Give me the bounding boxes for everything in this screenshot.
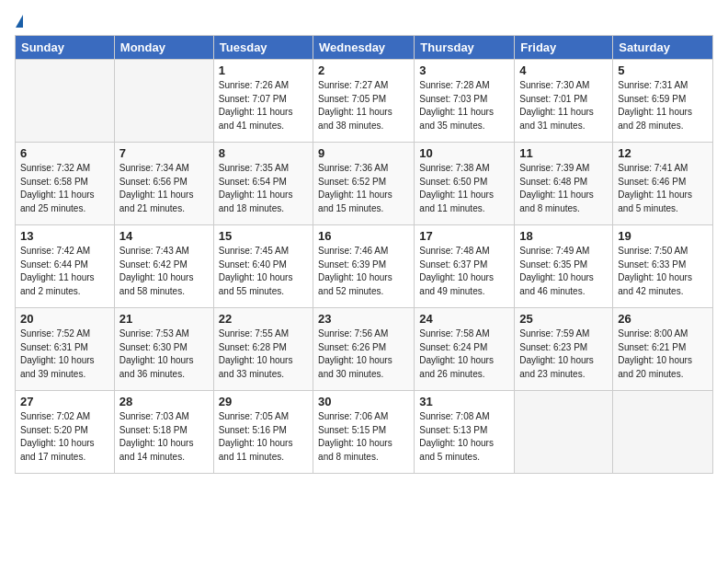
day-info: Sunrise: 7:34 AM Sunset: 6:56 PM Dayligh… [119, 162, 209, 215]
day-info: Sunrise: 7:41 AM Sunset: 6:46 PM Dayligh… [618, 162, 708, 215]
calendar-cell: 23Sunrise: 7:56 AM Sunset: 6:26 PM Dayli… [313, 308, 415, 391]
calendar-cell: 18Sunrise: 7:49 AM Sunset: 6:35 PM Dayli… [515, 225, 613, 308]
day-info: Sunrise: 7:36 AM Sunset: 6:52 PM Dayligh… [318, 162, 409, 215]
day-info: Sunrise: 7:39 AM Sunset: 6:48 PM Dayligh… [519, 162, 608, 215]
day-info: Sunrise: 8:00 AM Sunset: 6:21 PM Dayligh… [618, 327, 708, 381]
day-info: Sunrise: 7:05 AM Sunset: 5:16 PM Dayligh… [219, 410, 308, 464]
page-header [15, 15, 713, 26]
calendar-cell: 26Sunrise: 8:00 AM Sunset: 6:21 PM Dayli… [613, 308, 713, 391]
day-info: Sunrise: 7:46 AM Sunset: 6:39 PM Dayligh… [318, 245, 409, 298]
calendar-week-2: 6Sunrise: 7:32 AM Sunset: 6:58 PM Daylig… [16, 143, 713, 225]
day-number: 4 [519, 63, 608, 77]
day-number: 23 [318, 312, 409, 326]
day-number: 18 [519, 229, 608, 243]
calendar-week-3: 13Sunrise: 7:42 AM Sunset: 6:44 PM Dayli… [16, 225, 713, 308]
weekday-header-saturday: Saturday [613, 36, 713, 60]
calendar-cell: 5Sunrise: 7:31 AM Sunset: 6:59 PM Daylig… [613, 60, 713, 143]
day-number: 3 [419, 63, 509, 77]
day-info: Sunrise: 7:30 AM Sunset: 7:01 PM Dayligh… [519, 79, 608, 132]
day-number: 29 [219, 395, 308, 408]
calendar-cell: 8Sunrise: 7:35 AM Sunset: 6:54 PM Daylig… [213, 143, 313, 225]
calendar-cell: 16Sunrise: 7:46 AM Sunset: 6:39 PM Dayli… [313, 225, 415, 308]
day-info: Sunrise: 7:26 AM Sunset: 7:07 PM Dayligh… [219, 79, 308, 132]
day-number: 30 [318, 395, 409, 408]
day-number: 12 [618, 146, 708, 160]
day-number: 17 [419, 229, 509, 243]
day-info: Sunrise: 7:08 AM Sunset: 5:13 PM Dayligh… [419, 410, 509, 464]
day-info: Sunrise: 7:06 AM Sunset: 5:15 PM Dayligh… [318, 410, 409, 464]
day-number: 26 [618, 312, 708, 326]
day-number: 2 [318, 63, 409, 77]
calendar-cell: 30Sunrise: 7:06 AM Sunset: 5:15 PM Dayli… [313, 391, 415, 474]
calendar-cell: 1Sunrise: 7:26 AM Sunset: 7:07 PM Daylig… [213, 60, 313, 143]
weekday-header-thursday: Thursday [415, 36, 515, 60]
day-number: 1 [219, 63, 308, 77]
day-info: Sunrise: 7:58 AM Sunset: 6:24 PM Dayligh… [419, 327, 509, 381]
calendar-cell: 21Sunrise: 7:53 AM Sunset: 6:30 PM Dayli… [114, 308, 213, 391]
calendar-cell: 12Sunrise: 7:41 AM Sunset: 6:46 PM Dayli… [613, 143, 713, 225]
calendar-cell: 25Sunrise: 7:59 AM Sunset: 6:23 PM Dayli… [515, 308, 613, 391]
day-number: 7 [119, 146, 209, 160]
day-info: Sunrise: 7:27 AM Sunset: 7:05 PM Dayligh… [318, 79, 409, 132]
weekday-header-friday: Friday [515, 36, 613, 60]
day-info: Sunrise: 7:59 AM Sunset: 6:23 PM Dayligh… [519, 327, 608, 381]
day-number: 21 [119, 312, 209, 326]
weekday-header-sunday: Sunday [16, 36, 115, 60]
weekday-header-row: SundayMondayTuesdayWednesdayThursdayFrid… [16, 36, 713, 60]
day-info: Sunrise: 7:03 AM Sunset: 5:18 PM Dayligh… [119, 410, 209, 464]
calendar-cell: 11Sunrise: 7:39 AM Sunset: 6:48 PM Dayli… [515, 143, 613, 225]
calendar-cell: 22Sunrise: 7:55 AM Sunset: 6:28 PM Dayli… [213, 308, 313, 391]
calendar-cell: 14Sunrise: 7:43 AM Sunset: 6:42 PM Dayli… [114, 225, 213, 308]
calendar-cell [16, 60, 115, 143]
calendar-cell: 28Sunrise: 7:03 AM Sunset: 5:18 PM Dayli… [114, 391, 213, 474]
day-info: Sunrise: 7:56 AM Sunset: 6:26 PM Dayligh… [318, 327, 409, 381]
day-info: Sunrise: 7:48 AM Sunset: 6:37 PM Dayligh… [419, 245, 509, 298]
calendar-week-4: 20Sunrise: 7:52 AM Sunset: 6:31 PM Dayli… [16, 308, 713, 391]
day-number: 31 [419, 395, 509, 408]
day-number: 8 [219, 146, 308, 160]
logo-triangle-icon [16, 15, 23, 28]
calendar-cell [114, 60, 213, 143]
day-info: Sunrise: 7:52 AM Sunset: 6:31 PM Dayligh… [20, 327, 109, 381]
weekday-header-tuesday: Tuesday [213, 36, 313, 60]
day-info: Sunrise: 7:45 AM Sunset: 6:40 PM Dayligh… [219, 245, 308, 298]
day-number: 25 [519, 312, 608, 326]
day-number: 27 [20, 395, 109, 408]
day-info: Sunrise: 7:55 AM Sunset: 6:28 PM Dayligh… [219, 327, 308, 381]
day-number: 9 [318, 146, 409, 160]
calendar-cell: 31Sunrise: 7:08 AM Sunset: 5:13 PM Dayli… [415, 391, 515, 474]
day-info: Sunrise: 7:42 AM Sunset: 6:44 PM Dayligh… [20, 245, 109, 298]
day-number: 6 [20, 146, 109, 160]
calendar-cell: 7Sunrise: 7:34 AM Sunset: 6:56 PM Daylig… [114, 143, 213, 225]
calendar-week-1: 1Sunrise: 7:26 AM Sunset: 7:07 PM Daylig… [16, 60, 713, 143]
day-info: Sunrise: 7:53 AM Sunset: 6:30 PM Dayligh… [119, 327, 209, 381]
day-info: Sunrise: 7:35 AM Sunset: 6:54 PM Dayligh… [219, 162, 308, 215]
day-number: 15 [219, 229, 308, 243]
logo [15, 15, 23, 26]
day-info: Sunrise: 7:38 AM Sunset: 6:50 PM Dayligh… [419, 162, 509, 215]
day-number: 13 [20, 229, 109, 243]
day-number: 10 [419, 146, 509, 160]
calendar-cell: 13Sunrise: 7:42 AM Sunset: 6:44 PM Dayli… [16, 225, 115, 308]
calendar-cell: 6Sunrise: 7:32 AM Sunset: 6:58 PM Daylig… [16, 143, 115, 225]
calendar-cell: 2Sunrise: 7:27 AM Sunset: 7:05 PM Daylig… [313, 60, 415, 143]
day-number: 5 [618, 63, 708, 77]
day-info: Sunrise: 7:49 AM Sunset: 6:35 PM Dayligh… [519, 245, 608, 298]
weekday-header-wednesday: Wednesday [313, 36, 415, 60]
day-number: 14 [119, 229, 209, 243]
day-number: 28 [119, 395, 209, 408]
calendar-cell [613, 391, 713, 474]
calendar-cell: 9Sunrise: 7:36 AM Sunset: 6:52 PM Daylig… [313, 143, 415, 225]
day-info: Sunrise: 7:02 AM Sunset: 5:20 PM Dayligh… [20, 410, 109, 464]
weekday-header-monday: Monday [114, 36, 213, 60]
day-number: 24 [419, 312, 509, 326]
day-info: Sunrise: 7:32 AM Sunset: 6:58 PM Dayligh… [20, 162, 109, 215]
calendar-cell: 3Sunrise: 7:28 AM Sunset: 7:03 PM Daylig… [415, 60, 515, 143]
day-number: 19 [618, 229, 708, 243]
calendar-cell: 10Sunrise: 7:38 AM Sunset: 6:50 PM Dayli… [415, 143, 515, 225]
calendar-cell: 24Sunrise: 7:58 AM Sunset: 6:24 PM Dayli… [415, 308, 515, 391]
calendar-cell: 29Sunrise: 7:05 AM Sunset: 5:16 PM Dayli… [213, 391, 313, 474]
day-info: Sunrise: 7:31 AM Sunset: 6:59 PM Dayligh… [618, 79, 708, 132]
calendar-cell: 19Sunrise: 7:50 AM Sunset: 6:33 PM Dayli… [613, 225, 713, 308]
day-info: Sunrise: 7:28 AM Sunset: 7:03 PM Dayligh… [419, 79, 509, 132]
